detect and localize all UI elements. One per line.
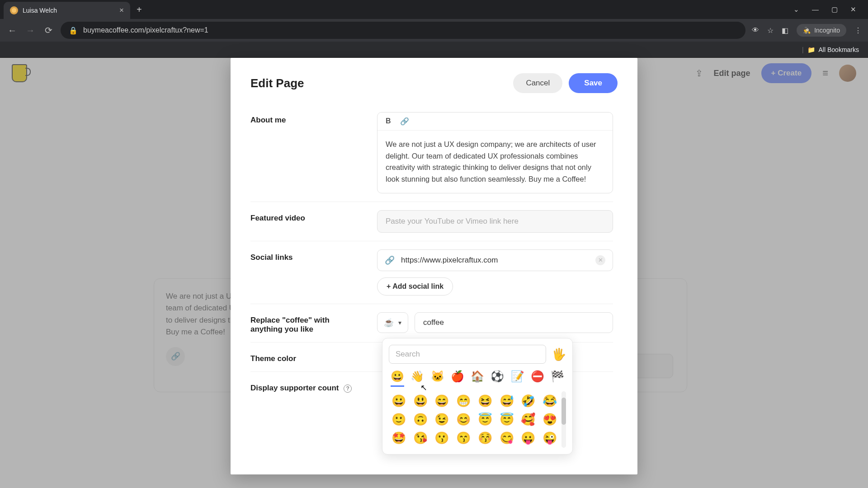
emoji-option[interactable]: 🥰 — [519, 413, 538, 427]
emoji-option[interactable]: 😃 — [411, 394, 429, 408]
address-bar: ← → ⟳ 🔒 buymeacoffee.com/pixelcraftux?ne… — [0, 19, 868, 42]
maximize-button[interactable]: ▢ — [831, 5, 838, 14]
emoji-option[interactable]: 😚 — [476, 431, 494, 445]
modal-title: Edit Page — [250, 76, 304, 90]
skin-tone-button[interactable]: 🖐️ — [552, 347, 566, 361]
modal-header: Edit Page Cancel Save — [250, 73, 618, 93]
minimize-button[interactable]: — — [812, 5, 819, 14]
bookmarks-divider: | — [802, 46, 804, 53]
eye-off-icon[interactable]: 👁 — [752, 26, 759, 34]
browser-tab[interactable]: Luisa Welch × — [4, 2, 130, 19]
emoji-cat-food[interactable]: 🍎 — [451, 370, 464, 387]
social-row: Social links 🔗 https://www.pixelcraftux.… — [250, 241, 613, 304]
scrollbar-thumb[interactable] — [561, 398, 566, 425]
kebab-menu-icon[interactable]: ⋮ — [854, 26, 862, 35]
theme-label: Theme color — [250, 351, 363, 363]
lock-icon: 🔒 — [69, 26, 78, 35]
social-link-field[interactable]: 🔗 https://www.pixelcraftux.com ✕ — [377, 249, 613, 271]
social-url-text[interactable]: https://www.pixelcraftux.com — [401, 256, 589, 265]
emoji-cat-symbols[interactable]: ⛔ — [531, 370, 544, 387]
about-textarea[interactable]: We are not just a UX design company; we … — [377, 131, 613, 193]
emoji-category-tabs: 😀 👋 🐱 🍎 🏠 ⚽ 📝 ⛔ 🏁 — [389, 370, 566, 387]
emoji-option[interactable]: 🤣 — [519, 394, 538, 408]
save-button[interactable]: Save — [569, 73, 618, 93]
video-label: Featured video — [250, 210, 363, 223]
incognito-icon: 🕵️ — [803, 27, 811, 34]
emoji-cat-people[interactable]: 👋 — [410, 370, 424, 387]
bookmarks-bar: | 📁 All Bookmarks — [0, 42, 868, 58]
emoji-option[interactable]: 😘 — [411, 431, 429, 445]
reload-button[interactable]: ⟳ — [42, 25, 54, 36]
replace-input[interactable] — [415, 312, 613, 333]
emoji-grid: 😀 😃 😄 😁 😆 😅 🤣 😂 🙂 🙃 😉 😊 😇 😇 🥰 😍 🤩 😘 😗 — [389, 391, 560, 448]
emoji-cat-animals[interactable]: 🐱 — [431, 370, 444, 387]
tab-close-icon[interactable]: × — [119, 6, 124, 15]
video-row: Featured video — [250, 202, 613, 241]
all-bookmarks-link[interactable]: All Bookmarks — [819, 46, 859, 53]
emoji-option[interactable]: 😅 — [498, 394, 516, 408]
emoji-option[interactable]: 😋 — [498, 431, 516, 445]
emoji-option[interactable]: 😁 — [454, 394, 472, 408]
emoji-option[interactable]: 😍 — [541, 413, 559, 427]
star-icon[interactable]: ☆ — [767, 26, 774, 35]
emoji-option[interactable]: 😊 — [454, 413, 472, 427]
supporter-label: Display supporter count ? — [250, 380, 363, 393]
emoji-option[interactable]: 😙 — [454, 431, 472, 445]
folder-icon: 📁 — [807, 46, 815, 53]
emoji-search-input[interactable] — [389, 345, 546, 364]
help-icon[interactable]: ? — [344, 385, 352, 393]
video-input[interactable] — [377, 210, 613, 233]
emoji-option[interactable]: 😇 — [476, 413, 494, 427]
incognito-indicator[interactable]: 🕵️ Incognito — [797, 24, 846, 37]
chevron-down-icon[interactable]: ⌄ — [793, 5, 799, 14]
social-label: Social links — [250, 249, 363, 262]
favicon-icon — [10, 6, 18, 14]
bold-button[interactable]: B — [386, 117, 391, 126]
emoji-option[interactable]: 😄 — [433, 394, 451, 408]
clear-social-icon[interactable]: ✕ — [595, 255, 605, 265]
address-bar-right: 👁 ☆ ◧ 🕵️ Incognito ⋮ — [752, 24, 862, 37]
emoji-option[interactable]: 😀 — [390, 394, 408, 408]
emoji-cat-smileys[interactable]: 😀 — [391, 370, 404, 387]
window-close-button[interactable]: ✕ — [850, 5, 856, 14]
about-editor: B 🔗 We are not just a UX design company;… — [377, 112, 613, 193]
new-tab-button[interactable]: + — [137, 5, 142, 15]
browser-chrome: Luisa Welch × + ⌄ — ▢ ✕ ← → ⟳ 🔒 buymeaco… — [0, 0, 868, 58]
emoji-option[interactable]: 🤩 — [390, 431, 408, 445]
emoji-option[interactable]: 😉 — [433, 413, 451, 427]
emoji-scrollbar[interactable] — [561, 391, 566, 448]
add-social-button[interactable]: + Add social link — [377, 277, 453, 296]
emoji-option[interactable]: 😛 — [519, 431, 538, 445]
emoji-option[interactable]: 😜 — [541, 431, 559, 445]
about-row: About me B 🔗 We are not just a UX design… — [250, 104, 613, 202]
emoji-option[interactable]: 🙃 — [411, 413, 429, 427]
replace-row: Replace "coffee" with anything you like … — [250, 304, 613, 342]
back-button[interactable]: ← — [6, 25, 18, 36]
emoji-cat-travel[interactable]: 🏠 — [471, 370, 484, 387]
link-icon: 🔗 — [385, 255, 395, 265]
cancel-button[interactable]: Cancel — [513, 73, 562, 93]
emoji-option[interactable]: 😆 — [476, 394, 494, 408]
emoji-option[interactable]: 🙂 — [390, 413, 408, 427]
edit-page-modal: Edit Page Cancel Save About me B 🔗 We ar… — [231, 58, 637, 474]
forward-button[interactable]: → — [24, 25, 36, 36]
emoji-cat-objects[interactable]: 📝 — [511, 370, 524, 387]
url-field[interactable]: 🔒 buymeacoffee.com/pixelcraftux?new=1 — [61, 22, 745, 39]
emoji-option[interactable]: 😗 — [433, 431, 451, 445]
editor-toolbar: B 🔗 — [377, 113, 613, 131]
emoji-dropdown[interactable]: ☕ ▾ — [377, 312, 408, 333]
link-button[interactable]: 🔗 — [400, 117, 409, 126]
emoji-cat-flags[interactable]: 🏁 — [551, 370, 564, 387]
emoji-picker: 🖐️ 😀 👋 🐱 🍎 🏠 ⚽ 📝 ⛔ 🏁 😀 😃 😄 😁 😆 😅 🤣 😂 — [382, 338, 573, 455]
emoji-option[interactable]: 😂 — [541, 394, 559, 408]
tab-title: Luisa Welch — [23, 7, 115, 14]
url-text: buymeacoffee.com/pixelcraftux?new=1 — [83, 26, 208, 34]
about-label: About me — [250, 112, 363, 125]
tab-bar: Luisa Welch × + ⌄ — ▢ ✕ — [0, 0, 868, 19]
current-emoji: ☕ — [384, 318, 394, 328]
emoji-option[interactable]: 😇 — [498, 413, 516, 427]
panel-icon[interactable]: ◧ — [782, 26, 788, 35]
emoji-cat-activities[interactable]: ⚽ — [491, 370, 504, 387]
window-controls: ⌄ — ▢ ✕ — [793, 5, 864, 14]
chevron-down-icon: ▾ — [398, 319, 401, 326]
